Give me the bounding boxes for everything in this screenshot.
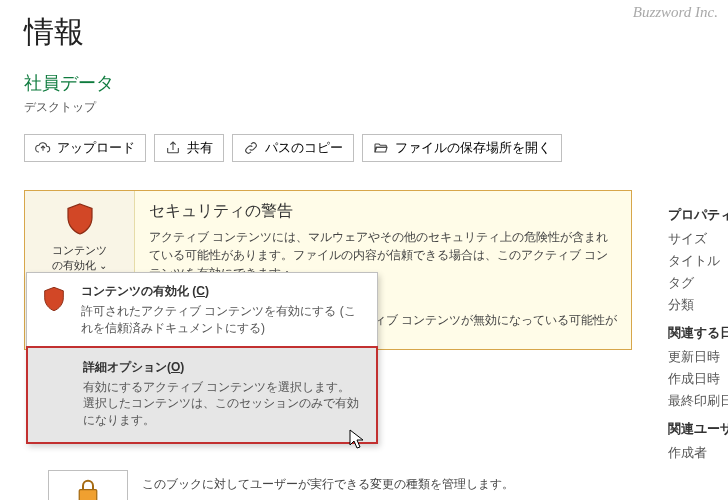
property-author: 作成者 xyxy=(668,444,728,462)
property-last-print: 最終印刷日 xyxy=(668,392,728,410)
property-created: 作成日時 xyxy=(668,370,728,388)
property-size[interactable]: サイズ xyxy=(668,230,728,248)
folder-open-icon xyxy=(373,140,389,156)
page-title: 情報 xyxy=(24,12,728,53)
share-icon xyxy=(165,140,181,156)
menu-item-enable-content-title: コンテンツの有効化 (C) xyxy=(81,283,363,300)
document-location: デスクトップ xyxy=(24,99,728,116)
cloud-upload-icon xyxy=(35,140,51,156)
enable-content-dropdown: コンテンツの有効化 (C) 許可されたアクティブ コンテンツを有効にする (これ… xyxy=(26,272,378,444)
property-updated: 更新日時 xyxy=(668,348,728,366)
share-label: 共有 xyxy=(187,139,213,157)
svg-rect-0 xyxy=(79,490,97,501)
related-users-heading: 関連ユーザ xyxy=(668,420,728,438)
shield-icon xyxy=(62,201,98,237)
copy-path-button[interactable]: パスのコピー xyxy=(232,134,354,162)
link-icon xyxy=(243,140,259,156)
open-file-location-button[interactable]: ファイルの保存場所を開く xyxy=(362,134,562,162)
related-dates-heading: 関連する日 xyxy=(668,324,728,342)
protect-workbook-section: ブックの 保護 ⌄ このブックに対してユーザーが実行できる変更の種類を管理します… xyxy=(24,470,632,500)
chevron-down-icon: ⌄ xyxy=(99,260,107,271)
lock-shield-icon xyxy=(73,477,103,500)
cursor-icon xyxy=(349,429,365,451)
upload-label: アップロード xyxy=(57,139,135,157)
share-button[interactable]: 共有 xyxy=(154,134,224,162)
enable-content-label-1: コンテンツ xyxy=(52,244,107,256)
security-warning-heading: セキュリティの警告 xyxy=(149,201,617,222)
menu-item-enable-content-desc: 許可されたアクティブ コンテンツを有効にする (これを信頼済みドキュメントにする… xyxy=(81,303,363,337)
properties-heading: プロパティ xyxy=(668,206,728,224)
menu-item-advanced-options[interactable]: 詳細オプション(O) 有効にするアクティブ コンテンツを選択します。選択したコン… xyxy=(26,346,378,444)
menu-item-advanced-options-title: 詳細オプション(O) xyxy=(83,359,361,376)
document-title: 社員データ xyxy=(24,71,728,95)
menu-item-enable-content[interactable]: コンテンツの有効化 (C) 許可されたアクティブ コンテンツを有効にする (これ… xyxy=(27,273,377,347)
menu-item-advanced-options-desc: 有効にするアクティブ コンテンツを選択します。選択したコンテンツは、このセッショ… xyxy=(83,379,361,429)
action-row: アップロード 共有 パスのコピー ファイルの保存場所を開く xyxy=(24,134,728,162)
protect-workbook-button[interactable]: ブックの 保護 ⌄ xyxy=(48,470,128,500)
properties-panel: プロパティ サイズ タイトル タグ 分類 関連する日 更新日時 作成日時 最終印… xyxy=(668,190,728,500)
property-tag[interactable]: タグ xyxy=(668,274,728,292)
enable-content-label-2: の有効化 xyxy=(52,259,96,271)
open-file-location-label: ファイルの保存場所を開く xyxy=(395,139,551,157)
upload-button[interactable]: アップロード xyxy=(24,134,146,162)
copy-path-label: パスのコピー xyxy=(265,139,343,157)
property-title[interactable]: タイトル xyxy=(668,252,728,270)
brand-label: Buzzword Inc. xyxy=(633,4,718,21)
protect-workbook-desc: このブックに対してユーザーが実行できる変更の種類を管理します。 xyxy=(142,476,618,493)
property-category[interactable]: 分類 xyxy=(668,296,728,314)
shield-icon xyxy=(40,285,68,313)
